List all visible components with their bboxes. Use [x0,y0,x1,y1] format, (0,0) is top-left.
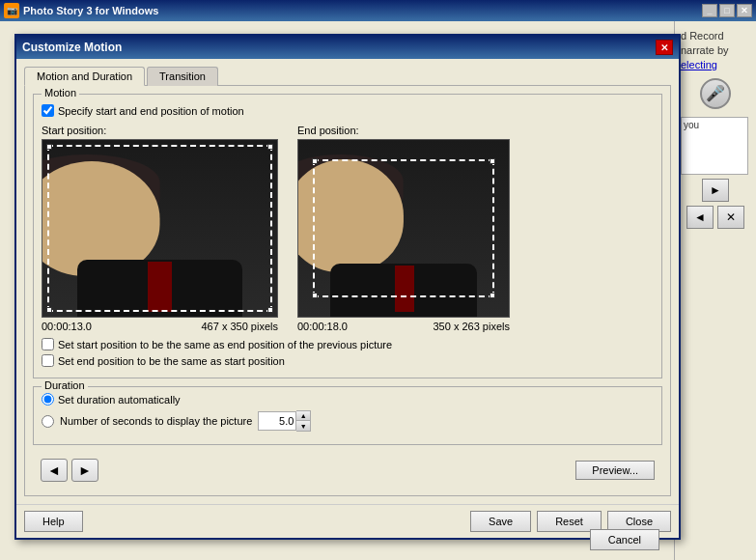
start-pixels: 467 x 350 pixels [202,321,279,332]
start-image-frame[interactable] [42,139,278,318]
help-button[interactable]: Help [24,511,83,532]
end-person-image [298,140,509,317]
tab-transition[interactable]: Transition [147,67,218,86]
nav-left-btn[interactable]: ◄ [686,206,714,229]
app-icon: 📷 [4,3,19,18]
start-person-image [42,140,277,317]
dialog-footer: ◄ ► Preview... [33,453,662,488]
end-position-label: End position: [297,125,510,136]
dialog-title: Customize Motion [22,41,122,54]
end-position-box: End position: [297,125,510,332]
nav-right-btn[interactable]: ► [702,179,729,202]
positions-row: Start position: [42,125,654,332]
dialog-body: Motion and Duration Transition Motion Sp… [16,59,679,504]
bg-titlebar: 📷 Photo Story 3 for Windows _ □ ✕ [0,0,756,21]
tab-bar: Motion and Duration Transition [24,67,671,86]
preview-button[interactable]: Preview... [575,461,655,480]
cancel-button[interactable]: Cancel [590,529,659,550]
close-bg-btn[interactable]: ✕ [737,4,752,17]
seconds-duration-radio[interactable] [42,415,54,428]
duration-input[interactable] [258,411,296,431]
spinner-down-btn[interactable]: ▼ [296,421,310,431]
nav-arrows: ◄ ► [41,459,98,482]
motion-group: Motion Specify start and end position of… [33,94,662,378]
prev-arrow-btn[interactable]: ◄ [41,459,68,482]
same-as-prev-checkbox[interactable] [42,338,54,350]
dialog-close-button[interactable]: ✕ [656,40,673,55]
start-time-pixels: 00:00:13.0 467 x 350 pixels [42,321,278,332]
bottom-checkboxes: Set start position to be the same as end… [42,338,654,367]
same-as-start-row: Set end position to be the same as start… [42,354,654,367]
nav-x-btn[interactable]: ✕ [717,206,744,229]
auto-duration-radio[interactable] [42,393,54,406]
specify-checkbox-label: Specify start and end position of motion [58,105,244,117]
next-arrow-btn[interactable]: ► [71,459,98,482]
spinner-up-btn[interactable]: ▲ [296,411,310,421]
text-box: you [681,117,748,175]
minimize-btn[interactable]: _ [702,4,717,17]
end-pixels: 350 x 263 pixels [434,321,511,332]
specify-checkbox[interactable] [42,104,54,117]
same-as-start-label: Set end position to be the same as start… [58,355,285,367]
cancel-area: Cancel [590,529,659,550]
mic-button[interactable]: 🎤 [700,78,731,109]
right-text1: d Record [681,29,750,43]
duration-group: Duration Set duration automatically Numb… [33,386,662,445]
right-link[interactable]: electing [681,59,750,70]
start-position-label: Start position: [42,125,278,136]
maximize-btn[interactable]: □ [719,4,735,17]
duration-spinner[interactable]: ▲ ▼ [258,410,311,432]
titlebar-controls: _ □ ✕ [702,4,752,17]
motion-group-label: Motion [42,87,79,98]
right-text2: narrate by [681,43,750,58]
dialog-bottom-bar: Help Save Reset Close [16,504,679,538]
same-as-prev-label: Set start position to be the same as end… [58,339,392,350]
bg-window-title: Photo Story 3 for Windows [23,5,158,16]
end-time-pixels: 00:00:18.0 350 x 263 pixels [297,321,510,332]
same-as-start-checkbox[interactable] [42,354,54,367]
start-position-box: Start position: [42,125,278,332]
tab-motion-duration[interactable]: Motion and Duration [24,67,145,86]
auto-radio-row: Set duration automatically [42,393,654,406]
save-button[interactable]: Save [470,511,531,532]
dialog-titlebar: Customize Motion ✕ [16,36,679,59]
duration-group-label: Duration [42,379,88,391]
right-panel: d Record narrate by electing 🎤 you ► ◄ ✕ [674,21,756,560]
start-time: 00:00:13.0 [42,321,92,332]
spinner-arrows: ▲ ▼ [296,410,311,432]
seconds-radio-row: Number of seconds to display the picture… [42,410,654,432]
tab-panel-motion: Motion Specify start and end position of… [24,85,671,496]
end-image-frame[interactable] [297,139,510,318]
seconds-duration-label: Number of seconds to display the picture [60,415,252,427]
same-as-prev-row: Set start position to be the same as end… [42,338,654,350]
nav-buttons-2: ◄ ✕ [681,206,750,229]
nav-buttons: ► [681,179,750,202]
specify-checkbox-row: Specify start and end position of motion [42,104,654,117]
auto-duration-label: Set duration automatically [58,394,181,406]
customize-motion-dialog: Customize Motion ✕ Motion and Duration T… [14,34,681,540]
end-time: 00:00:18.0 [297,321,348,332]
